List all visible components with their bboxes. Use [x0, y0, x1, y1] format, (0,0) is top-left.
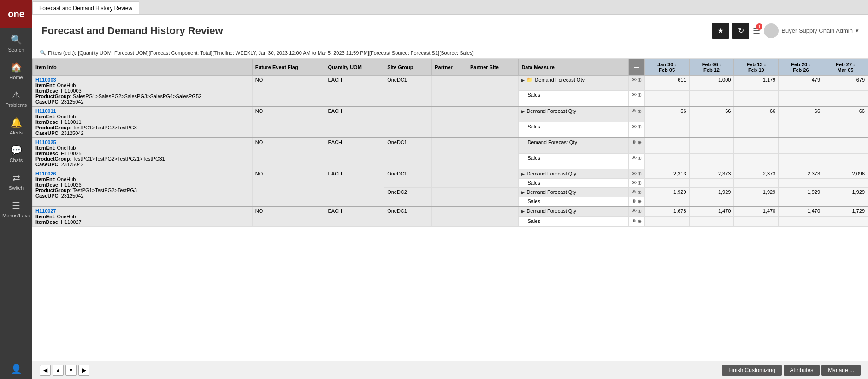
sidebar-item-user[interactable]: 👤 — [0, 359, 32, 379]
control-cell[interactable]: 👁⊕ — [628, 122, 644, 138]
plus-icon[interactable]: ⊕ — [638, 198, 642, 204]
app-logo[interactable]: one — [0, 0, 32, 28]
item-id[interactable]: H110027 — [35, 208, 56, 214]
user-dropdown-arrow[interactable]: ▾ — [856, 27, 859, 34]
control-cell[interactable]: 👁⊕ — [628, 216, 644, 226]
expand-arrow[interactable]: ▶ — [521, 78, 525, 82]
plus-icon[interactable]: ⊕ — [638, 140, 642, 145]
future-event-flag-cell: NO — [252, 169, 325, 206]
date-value-0 — [644, 179, 689, 188]
date-value-1 — [689, 122, 734, 138]
date-value-2 — [734, 91, 779, 106]
sidebar-item-switch[interactable]: ⇄ Switch — [0, 168, 32, 195]
refresh-button[interactable]: ↻ — [732, 23, 749, 39]
sidebar-item-search-label: Search — [8, 47, 24, 52]
eye-icon[interactable]: 👁 — [632, 155, 637, 161]
search-icon: 🔍 — [11, 34, 22, 45]
date-value-3 — [779, 153, 823, 169]
date-value-2: 66 — [734, 106, 779, 122]
eye-icon[interactable]: 👁 — [632, 140, 637, 145]
refresh-icon: ↻ — [738, 26, 744, 35]
table-row: H110026 ItemEnt: OneHub ItemDesc: H11002… — [33, 169, 868, 179]
eye-icon[interactable]: 👁 — [632, 208, 637, 214]
plus-icon[interactable]: ⊕ — [638, 218, 642, 224]
tab-forecast[interactable]: Forecast and Demand History Review — [32, 1, 139, 14]
sidebar-item-chats[interactable]: 💬 Chats — [0, 140, 32, 168]
expand-arrow[interactable]: ▶ — [521, 190, 525, 195]
date-value-1 — [689, 138, 734, 153]
plus-icon[interactable]: ⊕ — [638, 92, 642, 98]
finish-customizing-button[interactable]: Finish Customizing — [722, 365, 781, 376]
logo-text: one — [8, 9, 24, 19]
nav-next-page-button[interactable]: ▶ — [78, 365, 89, 376]
item-id[interactable]: H110003 — [35, 77, 56, 82]
control-cell[interactable]: 👁⊕ — [628, 91, 644, 106]
navigation-arrows: ◀ ▲ ▼ ▶ — [40, 365, 89, 376]
eye-icon[interactable]: 👁 — [632, 198, 637, 204]
plus-icon[interactable]: ⊕ — [638, 180, 642, 186]
plus-icon[interactable]: ⊕ — [638, 171, 642, 176]
plus-icon[interactable]: ⊕ — [638, 208, 642, 214]
extra-partner-cell — [432, 188, 467, 207]
eye-icon[interactable]: 👁 — [632, 218, 637, 224]
measure-label: Sales — [527, 218, 540, 224]
switch-icon: ⇄ — [12, 172, 20, 183]
sidebar-item-menus[interactable]: ☰ Menus/Favs — [0, 195, 32, 223]
item-id[interactable]: H110025 — [35, 140, 56, 145]
data-table-container[interactable]: Item Info Future Event Flag Quantity UOM… — [32, 59, 868, 361]
sidebar-item-home[interactable]: 🏠 Home — [0, 57, 32, 85]
expand-arrow[interactable]: ▶ — [521, 209, 525, 214]
plus-icon[interactable]: ⊕ — [638, 108, 642, 114]
header-menu-button[interactable]: ☰ 1 — [753, 26, 760, 36]
sidebar-item-search[interactable]: 🔍 Search — [0, 29, 32, 57]
sidebar-item-menus-label: Menus/Favs — [2, 213, 30, 218]
sidebar-item-problems[interactable]: ⚠ Problems — [0, 85, 32, 112]
col-header-partner-site: Partner Site — [467, 59, 519, 76]
eye-icon[interactable]: 👁 — [632, 180, 637, 186]
favorite-button[interactable]: ★ — [712, 23, 729, 39]
eye-icon[interactable]: 👁 — [632, 92, 637, 98]
date-value-4 — [823, 153, 868, 169]
date-value-1: 1,470 — [689, 206, 734, 216]
expand-arrow[interactable]: ▶ — [521, 109, 525, 114]
eye-icon[interactable]: 👁 — [632, 77, 637, 82]
control-cell[interactable]: 👁⊕ — [628, 206, 644, 216]
manage-button[interactable]: Manage ... — [821, 365, 861, 376]
control-cell[interactable]: 👁⊕ — [628, 106, 644, 122]
item-id[interactable]: H110026 — [35, 171, 56, 176]
eye-icon[interactable]: 👁 — [632, 108, 637, 114]
partner-site-cell — [467, 206, 519, 227]
control-cell[interactable]: 👁⊕ — [628, 153, 644, 169]
plus-icon[interactable]: ⊕ — [638, 124, 642, 129]
plus-icon[interactable]: ⊕ — [638, 155, 642, 161]
control-cell[interactable]: 👁⊕ — [628, 179, 644, 188]
plus-icon[interactable]: ⊕ — [638, 77, 642, 82]
filter-search-icon: 🔍 — [40, 50, 46, 56]
item-id[interactable]: H110011 — [35, 108, 56, 114]
eye-icon[interactable]: 👁 — [632, 189, 637, 195]
sidebar-item-alerts[interactable]: 🔔 Alerts — [0, 112, 32, 140]
eye-icon[interactable]: 👁 — [632, 171, 637, 176]
nav-down-button[interactable]: ▼ — [65, 365, 77, 376]
date-value-0: 2,313 — [644, 169, 689, 179]
nav-up-button[interactable]: ▲ — [53, 365, 64, 376]
date-value-1 — [689, 91, 734, 106]
control-cell[interactable]: 👁⊕ — [628, 138, 644, 153]
eye-icon[interactable]: 👁 — [632, 124, 637, 129]
date-value-4 — [823, 179, 868, 188]
user-role-label: Buyer Supply Chain Admin — [781, 27, 853, 34]
plus-icon[interactable]: ⊕ — [638, 189, 642, 195]
partner-cell — [432, 106, 467, 138]
col-header-minus[interactable]: — — [628, 59, 644, 76]
measure-label: Demand Forecast Qty — [526, 108, 576, 114]
control-cell[interactable]: 👁⊕ — [628, 197, 644, 207]
sidebar: one 🔍 Search 🏠 Home ⚠ Problems 🔔 Alerts … — [0, 0, 32, 379]
date-value-0 — [644, 216, 689, 226]
attributes-button[interactable]: Attributes — [784, 365, 820, 376]
nav-prev-page-button[interactable]: ◀ — [40, 365, 51, 376]
control-cell[interactable]: 👁⊕ — [628, 169, 644, 179]
control-cell[interactable]: 👁⊕ — [628, 76, 644, 91]
expand-arrow[interactable]: ▶ — [521, 172, 525, 176]
control-cell[interactable]: 👁⊕ — [628, 188, 644, 197]
date-value-4 — [823, 91, 868, 106]
